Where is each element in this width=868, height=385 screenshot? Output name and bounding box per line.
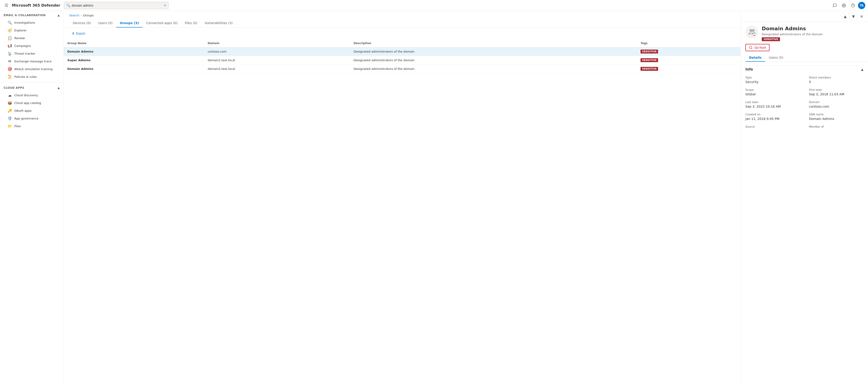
info-label-sam-name: SAM name bbox=[809, 113, 864, 116]
sidebar-item-review[interactable]: 📋 Review bbox=[0, 34, 63, 42]
sidebar-item-oauth-apps[interactable]: 🔑 OAuth apps bbox=[0, 107, 63, 114]
row-1-tags: SENSITIVE bbox=[637, 47, 741, 56]
sensitive-badge: SENSITIVE bbox=[641, 50, 658, 54]
info-section-title: Info bbox=[745, 67, 753, 71]
main-content: Search › Groups Devices (0) Users (0) Gr… bbox=[64, 11, 741, 385]
col-header-tags: Tags bbox=[637, 39, 741, 47]
email-collab-section: Email & collaboration ▲ 🔍 Investigations… bbox=[0, 11, 63, 82]
settings-button[interactable] bbox=[840, 1, 848, 9]
topbar-right: TA bbox=[831, 1, 865, 9]
hamburger-button[interactable]: ☰ bbox=[3, 2, 10, 9]
feedback-button[interactable] bbox=[831, 1, 839, 9]
col-header-domain: Domain bbox=[204, 39, 350, 47]
table-toolbar: ⬇ Export bbox=[64, 28, 741, 39]
sidebar-item-policies-rules[interactable]: 📜 Policies & rules bbox=[0, 73, 63, 81]
svg-point-5 bbox=[749, 46, 752, 49]
global-search-input[interactable] bbox=[72, 4, 162, 7]
panel-tabs: Details Users (5) bbox=[741, 54, 868, 62]
info-value-sam-name: Domain Admins bbox=[809, 117, 864, 121]
svg-point-4 bbox=[752, 30, 754, 31]
cloud-apps-group[interactable]: Cloud apps ▲ bbox=[0, 84, 63, 91]
sidebar-item-cloud-app-catalog[interactable]: 📦 Cloud app catalog bbox=[0, 99, 63, 107]
info-item-member-of: Member of bbox=[809, 125, 864, 129]
sidebar-item-threat-tracker[interactable]: 📡 Threat tracker bbox=[0, 50, 63, 57]
sidebar-item-files[interactable]: 📁 Files bbox=[0, 122, 63, 130]
breadcrumb: Search › Groups bbox=[64, 11, 741, 17]
table-area: ⬇ Export Group Name Domain Description T… bbox=[64, 28, 741, 385]
breadcrumb-search[interactable]: Search bbox=[69, 13, 80, 17]
info-value-domain: contoso.com bbox=[809, 105, 864, 108]
panel-tab-users[interactable]: Users (5) bbox=[765, 54, 787, 62]
row-3-description: Designated administrators of the domain bbox=[350, 65, 637, 73]
table-body: Domain Admins contoso.com Designated adm… bbox=[64, 47, 741, 73]
sidebar-item-explorer[interactable]: 🧭 Explorer bbox=[0, 26, 63, 34]
email-collab-label: Email & collaboration bbox=[4, 13, 45, 17]
avatar[interactable]: TA bbox=[858, 2, 865, 9]
info-item-type: Type Security bbox=[745, 76, 800, 84]
export-button[interactable]: ⬇ Export bbox=[69, 30, 88, 37]
sidebar-item-threat-tracker-label: Threat tracker bbox=[14, 52, 60, 55]
col-header-description: Description bbox=[350, 39, 637, 47]
tab-connected-apps[interactable]: Connected apps (0) bbox=[143, 19, 181, 28]
table-row[interactable]: Super Admins domain1.test.local Designat… bbox=[64, 56, 741, 65]
info-value-type: Security bbox=[745, 80, 800, 84]
sidebar-item-cloud-discovery[interactable]: ☁️ Cloud discovery bbox=[0, 91, 63, 99]
sidebar-item-exchange[interactable]: ✉️ Exchange message trace bbox=[0, 57, 63, 65]
info-label-scope: Scope bbox=[745, 88, 800, 91]
info-label-created-on: Created on bbox=[745, 113, 800, 116]
groups-table: Group Name Domain Description Tags Domai… bbox=[64, 39, 741, 73]
panel-prev-button[interactable]: ▲ bbox=[842, 13, 849, 20]
info-section: Info ▲ Type Security Direct members 5 Sc… bbox=[745, 65, 863, 132]
go-hunt-button[interactable]: Go hunt bbox=[745, 44, 770, 51]
info-section-header[interactable]: Info ▲ bbox=[745, 65, 863, 73]
global-search-container: 🔍 ✕ bbox=[64, 2, 168, 9]
search-icon: 🔍 bbox=[66, 4, 70, 7]
info-label-direct-members: Direct members bbox=[809, 76, 864, 79]
sidebar-item-investigations[interactable]: 🔍 Investigations bbox=[0, 19, 63, 26]
sidebar-item-attack-sim-label: Attack simulation training bbox=[14, 67, 60, 71]
info-item-created-on: Created on Jan 11, 2018 9:45 PM bbox=[745, 113, 800, 121]
sidebar-item-investigations-label: Investigations bbox=[14, 21, 60, 24]
sensitive-badge: SENSITIVE bbox=[641, 58, 658, 62]
row-3-domain: domain2.test.local bbox=[204, 65, 350, 73]
sidebar-item-campaigns[interactable]: 📢 Campaigns bbox=[0, 42, 63, 50]
sidebar-item-app-governance[interactable]: 🛡️ App governance bbox=[0, 114, 63, 122]
sidebar-item-cloud-app-catalog-label: Cloud app catalog bbox=[14, 101, 60, 105]
explorer-icon: 🧭 bbox=[7, 28, 12, 33]
email-collab-chevron: ▲ bbox=[58, 13, 60, 17]
sidebar-item-policies-label: Policies & rules bbox=[14, 75, 60, 79]
cloud-apps-chevron: ▲ bbox=[58, 86, 60, 89]
info-item-first-seen: First seen Sep 3, 2018 11:03 AM bbox=[809, 88, 864, 96]
info-item-domain: Domain contoso.com bbox=[809, 100, 864, 108]
app-governance-icon: 🛡️ bbox=[7, 116, 12, 121]
search-clear-icon[interactable]: ✕ bbox=[164, 4, 166, 7]
info-label-domain: Domain bbox=[809, 100, 864, 104]
tab-users[interactable]: Users (0) bbox=[94, 19, 116, 28]
breadcrumb-groups: Groups bbox=[83, 13, 93, 17]
info-label-source: Source bbox=[745, 125, 800, 128]
table-row[interactable]: Domain Admins contoso.com Designated adm… bbox=[64, 47, 741, 56]
tab-devices[interactable]: Devices (0) bbox=[69, 19, 94, 28]
info-item-sam-name: SAM name Domain Admins bbox=[809, 113, 864, 121]
info-section-chevron: ▲ bbox=[861, 67, 863, 71]
panel-close-button[interactable]: ✕ bbox=[858, 13, 865, 20]
info-label-last-seen: Last seen bbox=[745, 100, 800, 104]
email-collab-group[interactable]: Email & collaboration ▲ bbox=[0, 12, 63, 19]
panel-sensitive-badge: SENSITIVE bbox=[762, 37, 780, 41]
tab-vulnerabilities[interactable]: Vulnerabilities (3) bbox=[201, 19, 236, 28]
sensitive-badge: SENSITIVE bbox=[641, 67, 658, 71]
sidebar-item-attack-simulation[interactable]: 🎯 Attack simulation training bbox=[0, 65, 63, 73]
table-row[interactable]: Domain Admins domain2.test.local Designa… bbox=[64, 65, 741, 73]
panel-nav: ▲ ▼ ✕ bbox=[741, 11, 868, 22]
sidebar-item-app-governance-label: App governance bbox=[14, 117, 60, 120]
panel-actions: Go hunt bbox=[741, 44, 868, 54]
svg-point-0 bbox=[843, 5, 844, 6]
help-button[interactable] bbox=[849, 1, 857, 9]
info-value-created-on: Jan 11, 2018 9:45 PM bbox=[745, 117, 800, 121]
cloud-discovery-icon: ☁️ bbox=[7, 93, 12, 97]
panel-tab-details[interactable]: Details bbox=[745, 54, 765, 62]
panel-next-button[interactable]: ▼ bbox=[850, 13, 857, 20]
info-grid: Type Security Direct members 5 Scope Glo… bbox=[745, 73, 863, 132]
tab-files[interactable]: Files (0) bbox=[181, 19, 201, 28]
tab-groups[interactable]: Groups (3) bbox=[116, 19, 143, 28]
